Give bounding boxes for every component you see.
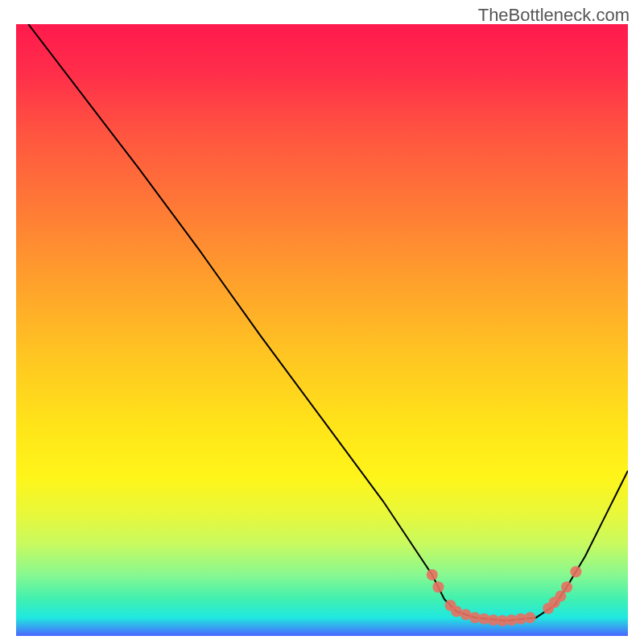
- chart-dot: [432, 581, 444, 592]
- chart-dot: [570, 566, 581, 577]
- chart-dot: [524, 612, 535, 623]
- chart-dots-group: [427, 566, 582, 626]
- chart-curve: [28, 24, 628, 621]
- chart-plot-area: [16, 24, 628, 636]
- watermark-label: TheBottleneck.com: [478, 5, 630, 26]
- chart-svg-layer: [16, 24, 628, 636]
- chart-dot: [561, 581, 572, 592]
- chart-dot: [427, 569, 438, 580]
- chart-dot: [555, 591, 566, 602]
